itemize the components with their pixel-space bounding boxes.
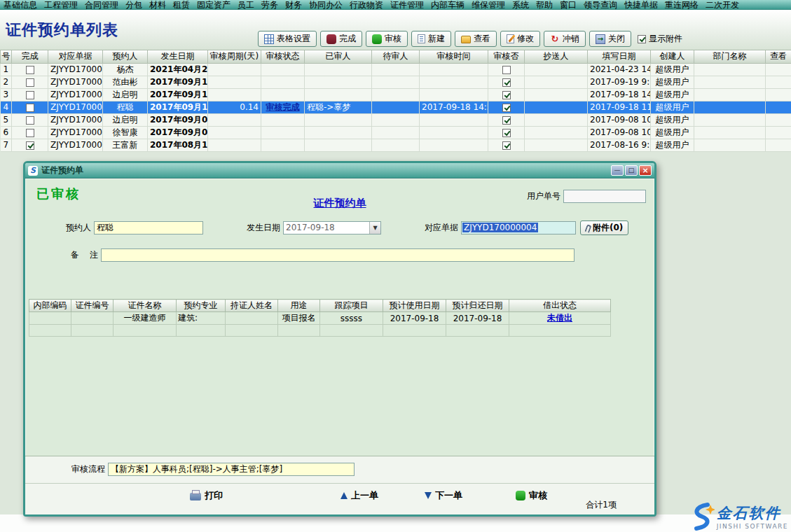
done-checkbox[interactable] xyxy=(26,129,34,137)
menu-item[interactable]: 租赁 xyxy=(170,0,193,10)
column-header[interactable]: 创建人 xyxy=(651,50,694,63)
complete-button[interactable]: 完成 xyxy=(320,31,362,47)
detail-column-header[interactable]: 预计使用日期 xyxy=(383,300,446,312)
menu-item[interactable]: 重连网络 xyxy=(661,0,702,10)
table-row[interactable]: 2ZJYYD170000006范由彬2017年09月19日2017-09-19 … xyxy=(1,76,791,88)
detail-column-header[interactable]: 跟踪项目 xyxy=(320,300,383,312)
done-checkbox[interactable] xyxy=(26,66,34,74)
menu-item[interactable]: 窗口 xyxy=(556,0,580,10)
table-row[interactable]: 6ZJYYD170000002徐智康2017年09月08日2017-09-08 … xyxy=(1,126,791,139)
audited-checkbox[interactable] xyxy=(502,129,511,137)
column-header[interactable]: 审核周期(天) xyxy=(208,50,261,63)
done-checkbox[interactable] xyxy=(26,116,34,125)
audited-checkbox[interactable] xyxy=(502,66,511,74)
menu-item[interactable]: 员工 xyxy=(234,0,258,10)
table-settings-button[interactable]: 表格设置 xyxy=(258,31,317,47)
audit-button-label: 审核 xyxy=(385,33,401,45)
reverse-button[interactable]: 冲销 xyxy=(544,31,586,47)
user-no-label: 用户单号 xyxy=(527,190,560,202)
detail-column-header[interactable]: 证件编号 xyxy=(71,300,114,312)
menu-item[interactable]: 帮助 xyxy=(532,0,556,10)
menu-item[interactable]: 行政物资 xyxy=(346,0,387,10)
modify-button[interactable]: 修改 xyxy=(500,31,540,47)
menu-item[interactable]: 分包 xyxy=(122,0,146,10)
column-header[interactable]: 审核时间 xyxy=(420,50,488,63)
done-checkbox[interactable] xyxy=(26,104,34,112)
audit-status-link[interactable]: 审核完成 xyxy=(266,102,300,112)
column-header[interactable]: 已审人 xyxy=(305,50,372,63)
column-header[interactable]: 对应单据 xyxy=(48,50,103,63)
table-row[interactable]: 4ZJYYD170000004程聪2017年09月18日0.14审核完成程聪->… xyxy=(1,101,791,113)
column-header[interactable]: 待审人 xyxy=(372,50,420,63)
menu-item[interactable]: 固定资产 xyxy=(193,0,234,10)
list-header: 证件预约单列表 表格设置完成审核新建查看修改冲销关闭显示附件 xyxy=(0,10,791,50)
user-no-input[interactable] xyxy=(563,190,646,203)
audit-flow-input[interactable]: 【新方案】人事科员;[程聪]->人事主管;[辜梦] xyxy=(108,463,355,476)
menu-item[interactable]: 内部车辆 xyxy=(427,0,468,10)
note-input[interactable] xyxy=(101,248,575,262)
menu-item[interactable]: 财务 xyxy=(282,0,305,10)
table-row[interactable]: 7ZJYYD170000001王富新2017年08月16日2017-08-16 … xyxy=(1,139,791,151)
chevron-down-icon[interactable]: ▼ xyxy=(369,222,380,234)
audited-checkbox[interactable] xyxy=(502,91,511,99)
lend-status-link[interactable]: 未借出 xyxy=(547,313,572,323)
detail-column-header[interactable]: 持证人姓名 xyxy=(226,300,278,312)
audited-checkbox[interactable] xyxy=(502,78,511,87)
menu-item[interactable]: 劳务 xyxy=(258,0,282,10)
audit-footer-button[interactable]: 审核 xyxy=(516,489,547,502)
date-picker[interactable]: 2017-09-18 ▼ xyxy=(283,221,381,234)
print-button[interactable]: 打印 xyxy=(190,489,223,502)
column-header[interactable]: 部门名称 xyxy=(694,50,766,63)
menu-item[interactable]: 领导查询 xyxy=(580,0,621,10)
done-checkbox[interactable] xyxy=(26,91,34,99)
table-row[interactable]: 5ZJYYD170000003边启明2017年09月08日2017-09-08 … xyxy=(1,113,791,126)
done-checkbox[interactable] xyxy=(26,141,34,150)
menu-item[interactable]: 系统 xyxy=(509,0,532,10)
close-window-button[interactable]: × xyxy=(639,165,652,176)
audit-button[interactable]: 审核 xyxy=(366,31,408,47)
column-header[interactable]: 抄送人 xyxy=(525,50,588,63)
column-header[interactable]: 发生日期 xyxy=(148,50,208,63)
menu-item[interactable]: 协同办公 xyxy=(305,0,346,10)
column-header[interactable]: 填写日期 xyxy=(588,50,651,63)
attachment-button[interactable]: 附件(0) xyxy=(580,220,628,235)
audited-checkbox[interactable] xyxy=(502,141,511,150)
menu-item[interactable]: 工程管理 xyxy=(41,0,81,10)
previous-record-button[interactable]: 上一单 xyxy=(341,489,378,502)
column-header[interactable]: 号 xyxy=(1,50,12,63)
minimize-button[interactable]: — xyxy=(611,165,624,176)
done-checkbox[interactable] xyxy=(26,78,34,87)
detail-column-header[interactable]: 内部编码 xyxy=(29,300,71,312)
column-header[interactable]: 查看 xyxy=(766,50,791,63)
menu-item[interactable]: 二次开发 xyxy=(702,0,743,10)
audited-checkbox[interactable] xyxy=(502,104,511,112)
table-row[interactable]: 3ZJYYD170000005边启明2017年09月18日2017-09-18 … xyxy=(1,88,791,101)
audited-checkbox[interactable] xyxy=(502,116,511,125)
column-header[interactable]: 审核状态 xyxy=(261,50,305,63)
next-record-button[interactable]: 下一单 xyxy=(425,489,462,502)
detail-row[interactable]: 一级建造师建筑:项目报名sssss2017-09-182017-09-18未借出 xyxy=(29,312,611,325)
detail-column-header[interactable]: 证件名称 xyxy=(114,300,177,312)
column-header[interactable]: 完成 xyxy=(12,50,48,63)
menu-item[interactable]: 基础信息 xyxy=(0,0,41,10)
table-row[interactable]: 1ZJYYD170000007杨杰2021年04月23日2021-04-23 1… xyxy=(1,63,791,76)
close-button[interactable]: 关闭 xyxy=(589,31,631,47)
maximize-button[interactable]: □ xyxy=(625,165,638,176)
column-header[interactable]: 预约人 xyxy=(103,50,148,63)
menu-item[interactable]: 证件管理 xyxy=(387,0,427,10)
detail-column-header[interactable]: 预约专业 xyxy=(177,300,226,312)
detail-column-header[interactable]: 预计归还日期 xyxy=(446,300,509,312)
doc-input[interactable]: ZJYYD170000004 xyxy=(461,221,576,234)
show-attachments-checkbox[interactable] xyxy=(638,35,646,43)
new-button[interactable]: 新建 xyxy=(411,31,451,47)
menu-item[interactable]: 合同管理 xyxy=(81,0,122,10)
detail-column-header[interactable]: 用途 xyxy=(278,300,320,312)
dialog-titlebar[interactable]: 证件预约单 — □ × xyxy=(25,163,654,178)
menu-item[interactable]: 维保管理 xyxy=(468,0,509,10)
view-button[interactable]: 查看 xyxy=(455,31,497,47)
menu-item[interactable]: 材料 xyxy=(146,0,170,10)
menu-item[interactable]: 快捷单据 xyxy=(621,0,661,10)
detail-column-header[interactable]: 借出状态 xyxy=(509,300,611,312)
column-header[interactable]: 审核否 xyxy=(488,50,525,63)
person-input[interactable]: 程聪 xyxy=(94,221,203,234)
